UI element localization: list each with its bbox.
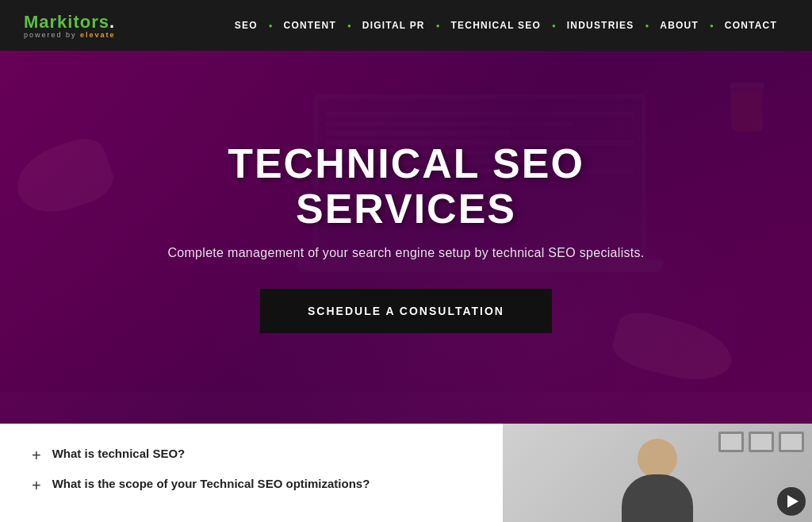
faq-expand-icon-1[interactable]: + xyxy=(32,447,41,463)
cta-button[interactable]: SCHEDULE A CONSULTATION xyxy=(260,289,552,333)
faq-question-2: What is the scope of your Technical SEO … xyxy=(52,476,370,492)
nav-item-technical-seo[interactable]: TECHNICAL SEO xyxy=(440,20,552,31)
hero-content: TECHNICAL SEO SERVICES Complete manageme… xyxy=(128,141,684,333)
wall-frame-3 xyxy=(779,432,804,452)
person-body xyxy=(622,474,693,522)
faq-item-2[interactable]: + What is the scope of your Technical SE… xyxy=(32,476,471,493)
faq-expand-icon-2[interactable]: + xyxy=(32,478,41,493)
wall-frame-1 xyxy=(718,432,744,452)
wall-frames-decoration xyxy=(718,432,804,452)
nav-item-seo[interactable]: SEO xyxy=(224,20,269,31)
bottom-section: + What is technical SEO? + What is the s… xyxy=(0,424,812,522)
hero-subtitle: Complete management of your search engin… xyxy=(144,246,668,260)
logo[interactable]: Markitors. powered by elevate xyxy=(24,12,116,39)
hero-section: TECHNICAL SEO SERVICES Complete manageme… xyxy=(0,51,812,424)
logo-text: Markitors. xyxy=(24,12,116,33)
faq-question-1: What is technical SEO? xyxy=(52,446,186,462)
faq-area: + What is technical SEO? + What is the s… xyxy=(0,424,503,522)
video-thumbnail[interactable] xyxy=(503,424,812,522)
nav-item-digital-pr[interactable]: DIGITAL PR xyxy=(351,20,436,31)
nav-item-contact[interactable]: CONTACT xyxy=(714,20,788,31)
nav-item-about[interactable]: ABOUT xyxy=(649,20,710,31)
play-icon xyxy=(787,495,799,508)
hero-title: TECHNICAL SEO SERVICES xyxy=(144,141,668,232)
play-button[interactable] xyxy=(777,487,806,516)
navbar: Markitors. powered by elevate SEO ● CONT… xyxy=(0,0,812,51)
video-person xyxy=(622,439,693,522)
nav-item-industries[interactable]: INDUSTRIES xyxy=(556,20,645,31)
faq-item-1[interactable]: + What is technical SEO? xyxy=(32,446,471,463)
wall-frame-2 xyxy=(749,432,774,452)
logo-sub: powered by elevate xyxy=(24,31,116,39)
nav-links: SEO ● CONTENT ● DIGITAL PR ● TECHNICAL S… xyxy=(224,20,788,31)
person-head xyxy=(638,439,677,478)
nav-item-content[interactable]: CONTENT xyxy=(273,20,347,31)
